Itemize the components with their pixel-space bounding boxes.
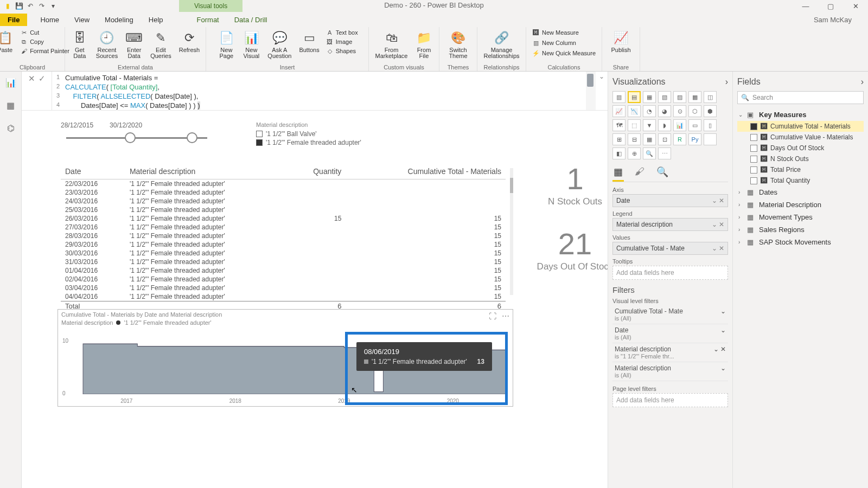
from-file-button[interactable]: 📁From File <box>413 28 435 60</box>
table-row[interactable]: 31/03/2016'1 1/2"' Female threaded adupt… <box>61 258 506 266</box>
new-measure-button[interactable]: 🅼New Measure <box>531 28 597 37</box>
formula-scrollbar[interactable] <box>586 72 596 110</box>
save-icon[interactable]: 💾 <box>15 2 23 10</box>
measure-cumtotal[interactable]: 🅼Cumulative Total - Materials <box>737 121 864 132</box>
values-field[interactable]: Cumulative Total - Mate⌄ ✕ <box>612 242 728 255</box>
date-from[interactable]: 28/12/2015 <box>61 121 93 129</box>
table-scrollbar[interactable] <box>509 168 514 295</box>
ask-question-button[interactable]: 💬Ask A Question <box>265 28 293 60</box>
paste-button[interactable]: 📋Paste <box>0 28 16 54</box>
edit-queries-button[interactable]: ✎Edit Queries <box>148 28 174 60</box>
data-view-icon[interactable]: ▦ <box>4 99 17 112</box>
redo-icon[interactable]: ↷ <box>37 2 46 10</box>
image-button[interactable]: 🖼Image <box>325 37 359 46</box>
format-well-tab[interactable]: 🖌 <box>634 164 646 182</box>
table-row[interactable]: 03/04/2016'1 1/2"' Female threaded adupt… <box>61 284 506 292</box>
recent-sources-button[interactable]: 🕘Recent Sources <box>94 28 120 60</box>
stacked-column-icon[interactable]: ▤ <box>628 91 641 103</box>
tooltips-drop[interactable]: Add data fields here <box>612 266 728 280</box>
slider-handle-right[interactable] <box>187 132 197 143</box>
measure-cumvalue[interactable]: 🅼Cumulative Value - Materials <box>737 132 864 143</box>
view-tab[interactable]: View <box>67 14 97 26</box>
shapes-button[interactable]: ◇Shapes <box>325 47 359 55</box>
fields-search[interactable]: 🔍Search <box>737 91 864 104</box>
new-visual-button[interactable]: 📊New Visual <box>240 28 262 60</box>
date-to[interactable]: 30/12/2020 <box>110 121 142 129</box>
user-account[interactable]: Sam McKay <box>814 16 868 24</box>
expand-formula-icon[interactable]: ⌄ <box>596 72 608 110</box>
copy-button[interactable]: ⧉Copy <box>19 37 71 46</box>
stacked-bar-icon[interactable]: ▥ <box>612 91 626 103</box>
focus-mode-icon[interactable]: ⛶ <box>489 312 496 320</box>
page-filters-drop[interactable]: Add data fields here <box>612 393 728 407</box>
table-row[interactable]: 30/03/2016'1 1/2"' Female threaded adupt… <box>61 249 506 258</box>
dates-table[interactable]: ›▦Dates <box>737 186 864 198</box>
get-data-button[interactable]: 🗄Get Data <box>69 28 91 60</box>
minimize-button[interactable]: — <box>793 0 818 12</box>
more-options-icon[interactable]: ⋯ <box>502 312 509 320</box>
new-page-button[interactable]: 📄New Page <box>215 28 237 60</box>
manage-relationships-button[interactable]: 🔗Manage Relationships <box>481 28 521 60</box>
cancel-formula-icon[interactable]: ✕ <box>28 74 35 84</box>
report-view-icon[interactable]: 📊 <box>4 76 17 89</box>
dax-editor[interactable]: 1234 Cumulative Total - Materials = CALC… <box>52 72 586 110</box>
textbox-button[interactable]: AText box <box>325 28 359 37</box>
enter-data-button[interactable]: ⌨Enter Data <box>123 28 145 60</box>
slider-handle-left[interactable] <box>125 132 136 143</box>
table-row[interactable]: 24/03/2016'1 1/2"' Female threaded adupt… <box>61 197 506 206</box>
sap-table[interactable]: ›▦SAP Stock Movements <box>737 236 864 248</box>
collapse-vis-icon[interactable]: › <box>725 77 728 87</box>
cut-button[interactable]: ✂Cut <box>19 28 71 37</box>
data-drill-tab[interactable]: Data / Drill <box>227 14 275 26</box>
close-button[interactable]: ✕ <box>843 0 868 12</box>
measure-totalprice[interactable]: 🅼Total Price <box>737 164 864 175</box>
buttons-button[interactable]: ▭Buttons <box>297 28 321 54</box>
help-tab[interactable]: Help <box>141 14 171 26</box>
filter-material2[interactable]: Material description⌄is (All) <box>612 362 728 381</box>
table-row[interactable]: 29/03/2016'1 1/2"' Female threaded adupt… <box>61 240 506 249</box>
data-table[interactable]: DateMaterial description QuantityCumulat… <box>61 164 506 299</box>
table-row[interactable]: 27/03/2016'1 1/2"' Female threaded adupt… <box>61 223 506 232</box>
material-legend-slicer[interactable]: Material description '1 1/2"' Ball Valve… <box>256 121 361 154</box>
publish-button[interactable]: 📈Publish <box>609 28 633 54</box>
key-measures-group[interactable]: ⌄▣Key Measures <box>737 108 864 121</box>
table-row[interactable]: 26/03/2016'1 1/2"' Female threaded adupt… <box>61 214 506 223</box>
table-row[interactable]: 23/03/2016'1 1/2"' Female threaded adupt… <box>61 188 506 197</box>
table-row[interactable]: 01/04/2016'1 1/2"' Female threaded adupt… <box>61 266 506 275</box>
modeling-tab[interactable]: Modeling <box>97 14 141 26</box>
material-table[interactable]: ›▦Material Description <box>737 198 864 211</box>
new-column-button[interactable]: ▥New Column <box>531 38 597 47</box>
model-view-icon[interactable]: ⌬ <box>4 121 17 134</box>
table-row[interactable]: 25/03/2016'1 1/2"' Female threaded adupt… <box>61 206 506 214</box>
format-tab[interactable]: Format <box>189 14 227 26</box>
area-chart[interactable]: Cumulative Total - Materials by Date and… <box>58 309 513 407</box>
switch-theme-button[interactable]: 🎨Switch Theme <box>446 28 469 60</box>
refresh-button[interactable]: ⟳Refresh <box>177 28 202 54</box>
from-marketplace-button[interactable]: 🛍From Marketplace <box>373 28 410 60</box>
collapse-fields-icon[interactable]: › <box>861 77 864 87</box>
legend-field[interactable]: Material description⌄ ✕ <box>612 218 728 231</box>
file-tab[interactable]: File <box>0 14 27 26</box>
movement-table[interactable]: ›▦Movement Types <box>737 211 864 223</box>
salesregions-table[interactable]: ›▦Sales Regions <box>737 223 864 236</box>
filter-material1[interactable]: Material description⌄ ✕is "1 1/2"' Femal… <box>612 343 728 362</box>
measure-totalqty[interactable]: 🅼Total Quantity <box>737 175 864 186</box>
new-quick-measure-button[interactable]: ⚡New Quick Measure <box>531 49 597 57</box>
filter-date[interactable]: Date⌄is (All) <box>612 324 728 343</box>
axis-field[interactable]: Date⌄ ✕ <box>612 194 728 207</box>
home-tab[interactable]: Home <box>33 14 67 26</box>
measure-daysout[interactable]: 🅼Days Out Of Stock <box>737 143 864 153</box>
table-row[interactable]: 22/03/2016'1 1/2"' Female threaded adupt… <box>61 179 506 189</box>
py-visual-icon[interactable]: Py <box>688 133 701 145</box>
undo-icon[interactable]: ↶ <box>26 2 35 10</box>
r-visual-icon[interactable]: R <box>673 133 686 145</box>
table-row[interactable]: 04/04/2016'1 1/2"' Female threaded adupt… <box>61 292 506 301</box>
import-visual-icon[interactable]: ⋯ <box>658 147 671 159</box>
analytics-well-tab[interactable]: 🔍 <box>655 164 669 182</box>
table-row[interactable]: 28/03/2016'1 1/2"' Female threaded adupt… <box>61 232 506 240</box>
filter-cumtotal[interactable]: Cumulative Total - Mate⌄is (All) <box>612 305 728 324</box>
date-slicer[interactable]: 28/12/201530/12/2020 <box>61 121 213 154</box>
fields-well-tab[interactable]: ▦ <box>612 164 624 182</box>
maximize-button[interactable]: ▢ <box>818 0 843 12</box>
table-row[interactable]: 02/04/2016'1 1/2"' Female threaded adupt… <box>61 275 506 284</box>
